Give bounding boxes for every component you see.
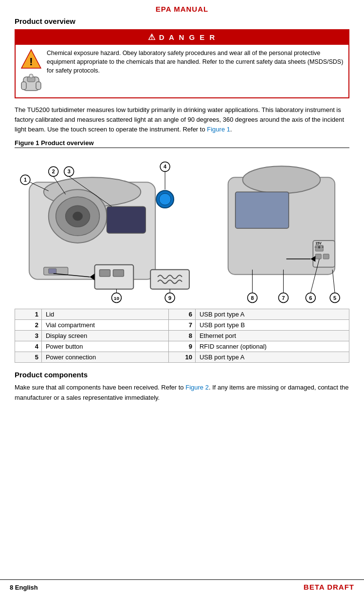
- part-num-5: 5: [15, 352, 42, 363]
- danger-box: ⚠ D A N G E R ! Chemical exposure hazard…: [15, 29, 349, 98]
- part-label-6: USB port type A: [195, 309, 349, 320]
- part-num-6: 6: [169, 309, 196, 320]
- svg-text:15V: 15V: [315, 242, 322, 245]
- figure-area: 1 2 3 4 10 9: [15, 153, 349, 304]
- danger-body: ! Chemical exposure hazard. Obey laborat…: [16, 44, 348, 97]
- svg-line-64: [332, 270, 335, 293]
- danger-header: ⚠ D A N G E R: [16, 30, 348, 44]
- figure1-link[interactable]: Figure 1: [207, 126, 230, 133]
- part-label-3: Display screen: [41, 331, 168, 341]
- part-num-9: 9: [169, 341, 196, 352]
- svg-text:5: 5: [333, 295, 336, 301]
- svg-text:2: 2: [52, 169, 55, 175]
- svg-rect-6: [36, 82, 41, 90]
- product-overview-heading: Product overview: [15, 17, 349, 25]
- page-title: EPA MANUAL: [156, 5, 208, 13]
- footer-draft: BETA DRAFT: [304, 583, 354, 591]
- part-label-8: Ethernet port: [195, 331, 349, 341]
- svg-rect-44: [236, 192, 289, 229]
- part-num-10: 10: [169, 352, 196, 363]
- product-components-heading: Product components: [15, 371, 349, 379]
- svg-text:4: 4: [164, 164, 167, 170]
- part-label-7: USB port type B: [195, 320, 349, 331]
- table-row: 2 Vial compartment 7 USB port type B: [15, 320, 349, 331]
- svg-rect-17: [49, 269, 56, 274]
- svg-text:7: 7: [282, 295, 285, 301]
- part-label-10: USB port type A: [195, 352, 349, 363]
- chemical-hazard-icon: !: [20, 49, 42, 70]
- svg-text:6: 6: [309, 295, 312, 301]
- part-num-7: 7: [169, 320, 196, 331]
- part-num-4: 4: [15, 341, 42, 352]
- part-num-3: 3: [15, 331, 42, 341]
- svg-rect-48: [323, 254, 329, 259]
- svg-rect-13: [107, 207, 146, 234]
- danger-label: D A N G E R: [159, 33, 217, 41]
- svg-point-15: [159, 194, 171, 205]
- danger-text: Chemical exposure hazard. Obey laborator…: [47, 49, 344, 75]
- product-overview-body: The TU5200 turbidimeter measures low tur…: [15, 105, 349, 134]
- svg-rect-30: [95, 265, 134, 289]
- table-row: 1 Lid 6 USB port type A: [15, 309, 349, 320]
- svg-text:!: !: [29, 56, 33, 68]
- svg-rect-47: [315, 254, 321, 259]
- svg-point-43: [243, 167, 321, 194]
- svg-text:3: 3: [68, 169, 71, 175]
- parts-table: 1 Lid 6 USB port type A 2 Vial compartme…: [15, 309, 349, 363]
- part-label-9: RFID scanner (optional): [195, 341, 349, 352]
- part-num-2: 2: [15, 320, 42, 331]
- danger-triangle-icon: ⚠: [148, 32, 156, 42]
- svg-text:─ ⊕ +: ─ ⊕ +: [314, 245, 324, 249]
- table-row: 3 Display screen 8 Ethernet port: [15, 331, 349, 341]
- danger-icons: !: [20, 49, 42, 93]
- svg-rect-5: [21, 82, 26, 90]
- svg-rect-32: [113, 270, 124, 277]
- part-label-5: Power connection: [41, 352, 168, 363]
- svg-point-12: [73, 212, 83, 221]
- svg-text:10: 10: [114, 296, 120, 301]
- svg-text:8: 8: [251, 295, 254, 301]
- page-header: EPA MANUAL: [15, 5, 349, 13]
- part-label-4: Power button: [41, 341, 168, 352]
- table-row: 4 Power button 9 RFID scanner (optional): [15, 341, 349, 352]
- figure2-link[interactable]: Figure 2: [185, 384, 209, 391]
- svg-point-4: [29, 74, 33, 78]
- product-diagram: 1 2 3 4 10 9: [15, 153, 349, 304]
- svg-rect-35: [150, 270, 189, 289]
- part-label-2: Vial compartment: [41, 320, 168, 331]
- page-footer: 8 English BETA DRAFT: [0, 579, 364, 595]
- table-row: 5 Power connection 10 USB port type A: [15, 352, 349, 363]
- svg-rect-31: [99, 270, 110, 277]
- product-components-body: Make sure that all components have been …: [15, 383, 349, 402]
- part-num-8: 8: [169, 331, 196, 341]
- svg-text:9: 9: [168, 295, 171, 301]
- part-num-1: 1: [15, 309, 42, 320]
- protective-gear-icon: [20, 72, 42, 93]
- svg-text:1: 1: [24, 177, 27, 183]
- footer-page-lang: 8 English: [10, 584, 38, 591]
- figure-label: Figure 1 Product overview: [15, 139, 349, 148]
- part-label-1: Lid: [41, 309, 168, 320]
